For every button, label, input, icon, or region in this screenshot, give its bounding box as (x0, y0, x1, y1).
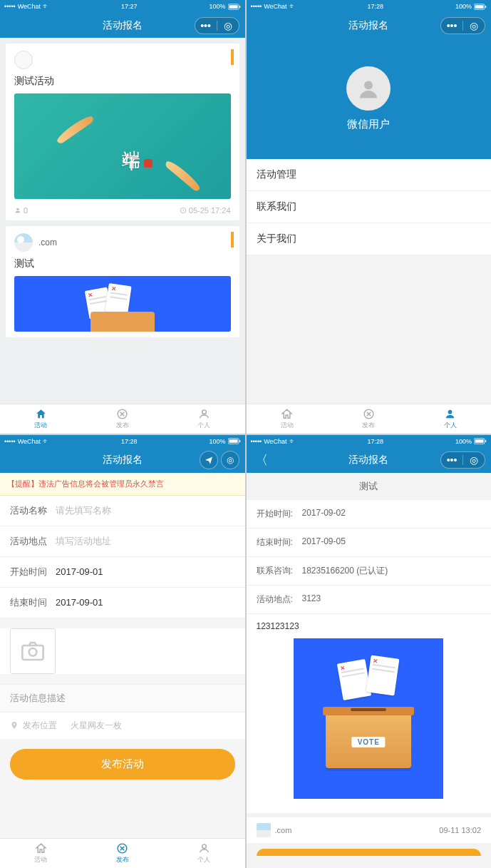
activity-card[interactable]: .com 测试 ✕✕ (6, 226, 239, 337)
tab-publish[interactable]: 发布 (82, 839, 164, 868)
status-bar: WeChatᯤ 17:28 100% (0, 435, 245, 448)
svg-rect-2 (239, 6, 240, 8)
svg-point-12 (448, 409, 453, 414)
publish-button[interactable]: 发布活动 (10, 749, 235, 780)
header: 活动报名 ◎ (0, 448, 245, 473)
svg-point-20 (202, 844, 206, 849)
svg-point-3 (16, 208, 19, 210)
tab-profile[interactable]: 个人 (163, 404, 245, 434)
svg-point-17 (29, 648, 37, 656)
capsule: ••• ◎ (440, 17, 485, 34)
row-contact: 联系咨询:18235166200 (已认证) (247, 557, 492, 586)
detail-image: ✕✕ VOTE (294, 638, 443, 799)
field-start-time[interactable]: 开始时间2017-09-01 (0, 557, 245, 588)
tab-publish[interactable]: 发布 (328, 404, 410, 434)
svg-point-10 (364, 81, 373, 89)
status-bar: WeChatᯤ 17:28 100% (247, 0, 492, 13)
card-title: 测试活动 (14, 75, 231, 88)
detail-body: 123123123 ✕✕ VOTE (247, 614, 492, 813)
header: 活动报名 ••• ◎ (0, 13, 245, 38)
tab-activity[interactable]: 活动 (247, 404, 329, 434)
status-time: 17:28 (121, 438, 138, 445)
tab-activity[interactable]: 活动 (0, 839, 82, 868)
tabbar: 活动 发布 个人 (0, 838, 245, 868)
header: 〈 活动报名 ••• ◎ (247, 448, 492, 473)
menu-icon[interactable]: ••• (195, 17, 217, 34)
status-time: 17:28 (368, 438, 384, 445)
people-count: 0 (14, 206, 28, 215)
page-title: 活动报名 (103, 19, 143, 32)
description-label[interactable]: 活动信息描述 (0, 684, 245, 713)
svg-rect-23 (485, 440, 487, 442)
menu-item-contact[interactable]: 联系我们 (247, 191, 492, 223)
row-end-time: 结束时间:2017-09-05 (247, 529, 492, 557)
send-icon[interactable] (200, 451, 218, 469)
svg-rect-1 (229, 5, 237, 9)
status-bar: WeChatᯤ 17:27 100% (0, 0, 245, 13)
close-icon[interactable]: ◎ (463, 451, 485, 469)
tab-profile[interactable]: 个人 (410, 404, 492, 434)
location-row[interactable]: 发布位置 火星网友一枚 (0, 713, 245, 739)
warning-notice: 【提醒】违法广告信息将会被管理员永久禁言 (0, 473, 245, 496)
svg-rect-14 (229, 439, 237, 443)
tag-bar (231, 232, 234, 247)
author-name: .com (38, 238, 57, 247)
page-title: 活动报名 (348, 19, 388, 32)
action-button[interactable] (257, 849, 482, 856)
card-image: 端午 (14, 93, 231, 199)
menu-item-manage[interactable]: 活动管理 (247, 159, 492, 191)
row-address: 活动地点:3123 (247, 586, 492, 614)
upload-image-button[interactable] (10, 628, 56, 674)
menu-item-about[interactable]: 关于我们 (247, 223, 492, 255)
target-icon[interactable]: ◎ (221, 451, 239, 469)
author-name: .com (275, 826, 292, 834)
activity-card[interactable]: 测试活动 端午 0 05-25 17:24 (6, 44, 239, 220)
page-title: 活动报名 (103, 454, 143, 466)
svg-point-6 (202, 409, 206, 414)
menu-icon[interactable]: ••• (441, 451, 462, 469)
profile-header: 微信用户 (247, 38, 492, 159)
back-button[interactable]: 〈 (252, 451, 271, 469)
status-time: 17:27 (121, 3, 138, 10)
tab-publish[interactable]: 发布 (82, 404, 164, 434)
tab-activity[interactable]: 活动 (0, 404, 82, 434)
pin-icon (10, 721, 19, 730)
row-start-time: 开始时间:2017-09-02 (247, 500, 492, 529)
status-bar: WeChatᯤ 17:28 100% (247, 435, 492, 448)
field-address[interactable]: 活动地点填写活动地址 (0, 526, 245, 557)
svg-rect-15 (239, 440, 240, 442)
card-title: 测试 (14, 257, 231, 270)
close-icon[interactable]: ◎ (217, 17, 239, 34)
field-end-time[interactable]: 结束时间2017-09-01 (0, 588, 245, 618)
tab-profile[interactable]: 个人 (163, 839, 245, 868)
status-time: 17:28 (368, 3, 384, 10)
tag-bar (231, 49, 234, 65)
avatar (14, 51, 33, 69)
tabbar: 活动 发布 个人 (247, 404, 492, 434)
svg-point-18 (14, 723, 16, 725)
svg-rect-8 (475, 5, 484, 9)
card-image: ✕✕ (14, 276, 231, 332)
author-row: .com 09-11 13:02 (247, 817, 492, 843)
avatar (14, 233, 33, 252)
detail-title: 测试 (247, 473, 492, 500)
avatar[interactable] (346, 66, 391, 111)
tabbar: 活动 发布 个人 (0, 404, 245, 434)
time-stamp: 05-25 17:24 (180, 206, 231, 215)
avatar (257, 823, 271, 837)
field-name[interactable]: 活动名称请先填写名称 (0, 496, 245, 526)
page-title: 活动报名 (348, 454, 388, 466)
close-icon[interactable]: ◎ (463, 17, 485, 34)
post-time: 09-11 13:02 (439, 826, 481, 834)
header: 活动报名 ••• ◎ (247, 13, 492, 38)
capsule: ••• ◎ (440, 451, 485, 469)
svg-rect-9 (485, 6, 487, 8)
svg-rect-22 (475, 439, 484, 443)
menu-icon[interactable]: ••• (441, 17, 462, 34)
capsule: ••• ◎ (195, 17, 239, 34)
username: 微信用户 (347, 118, 390, 131)
